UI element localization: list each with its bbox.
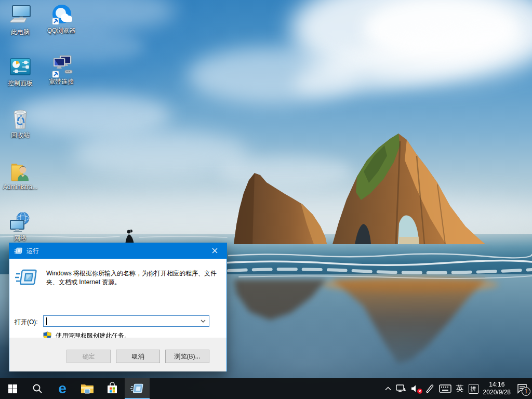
run-input-combobox[interactable] bbox=[43, 315, 209, 327]
run-description: Windows 将根据你所输入的名称，为你打开相应的程序、文件夹、文档或 Int… bbox=[46, 269, 219, 287]
search-icon bbox=[32, 383, 43, 394]
desktop-icon-label: 宽带连接 bbox=[41, 78, 82, 85]
rock-reflections bbox=[234, 276, 499, 364]
tray-pen-button[interactable] bbox=[425, 384, 434, 393]
desktop-icon-recycle-bin[interactable]: 回收站 bbox=[0, 107, 41, 139]
run-icon bbox=[14, 247, 23, 255]
desktop-icon-network[interactable]: 网络 bbox=[0, 210, 41, 242]
close-button[interactable] bbox=[203, 243, 227, 258]
edge-icon: e bbox=[58, 381, 66, 396]
start-button[interactable] bbox=[0, 378, 25, 399]
chevron-up-icon bbox=[385, 387, 391, 391]
desktop-icon-admin-folder[interactable]: Administra... bbox=[0, 159, 41, 191]
person-silhouette bbox=[125, 230, 134, 244]
file-explorer-icon bbox=[81, 383, 94, 394]
windows-logo-icon bbox=[8, 384, 17, 393]
close-icon bbox=[212, 248, 218, 254]
ime-mode-indicator[interactable]: 拼 bbox=[469, 384, 478, 394]
dialog-titlebar[interactable]: 运行 bbox=[9, 243, 227, 259]
archway-rock bbox=[332, 134, 485, 244]
run-icon bbox=[130, 383, 144, 394]
tray-network-button[interactable] bbox=[396, 384, 406, 393]
browse-button[interactable]: 浏览(B)... bbox=[165, 350, 209, 363]
run-icon bbox=[15, 269, 38, 287]
ime-language-indicator[interactable]: 英 bbox=[456, 384, 464, 394]
user-folder-icon bbox=[0, 159, 41, 183]
desktop-icon-control-panel[interactable]: 控制面板 bbox=[0, 55, 41, 87]
chevron-down-icon bbox=[201, 320, 206, 323]
desktop-icon-label: 回收站 bbox=[0, 131, 41, 139]
notification-badge: 1 bbox=[522, 387, 530, 396]
desktop-icon-label: 此电脑 bbox=[0, 29, 41, 36]
desktop-icon-broadband[interactable]: 宽带连接 bbox=[41, 54, 82, 85]
ok-button[interactable]: 确定 bbox=[66, 350, 111, 363]
taskbar: e bbox=[0, 378, 532, 399]
tray-time: 14:16 bbox=[489, 381, 504, 389]
recycle-bin-icon bbox=[0, 107, 41, 131]
desktop-icon-qq-browser[interactable]: QQ浏览器 bbox=[41, 3, 82, 34]
run-dialog-body: Windows 将根据你所输入的名称，为你打开相应的程序、文件夹、文档或 Int… bbox=[9, 259, 227, 338]
taskbar-edge-button[interactable]: e bbox=[50, 378, 75, 399]
desktop-icon-this-pc[interactable]: 此电脑 bbox=[0, 4, 41, 36]
tray-volume-button[interactable] bbox=[411, 384, 420, 393]
system-tray: 英 拼 14:16 2020/9/28 1 bbox=[385, 378, 532, 399]
desktop-icon-label: 控制面板 bbox=[0, 79, 41, 87]
desktop: 此电脑 QQ浏览器 bbox=[0, 0, 532, 399]
this-pc-icon bbox=[0, 4, 41, 28]
network-tray-icon bbox=[396, 384, 406, 393]
left-rock bbox=[234, 173, 327, 244]
control-panel-icon bbox=[0, 55, 41, 79]
tray-clock[interactable]: 14:16 2020/9/28 bbox=[483, 381, 511, 396]
qq-browser-icon bbox=[41, 3, 82, 26]
network-icon bbox=[0, 210, 41, 234]
run-input[interactable] bbox=[46, 316, 197, 326]
desktop-icon-label: Administra... bbox=[0, 183, 41, 191]
run-dialog-window: 运行 Windows 将根据你所输入的名称，为你打开相应的程序、文件夹、文档或 bbox=[9, 243, 227, 371]
tray-date: 2020/9/28 bbox=[483, 389, 511, 396]
pen-icon bbox=[425, 384, 434, 393]
desktop-icon-label: QQ浏览器 bbox=[41, 27, 82, 34]
dialog-title: 运行 bbox=[26, 247, 39, 256]
broadband-connection-icon bbox=[41, 54, 82, 77]
open-label: 打开(O): bbox=[15, 318, 38, 327]
cancel-button[interactable]: 取消 bbox=[116, 350, 160, 363]
store-icon bbox=[107, 382, 118, 395]
touch-keyboard-icon bbox=[439, 384, 451, 393]
taskbar-explorer-button[interactable] bbox=[75, 378, 100, 399]
taskbar-run-task[interactable] bbox=[125, 378, 150, 399]
tray-keyboard-button[interactable] bbox=[439, 384, 451, 393]
combo-dropdown-button[interactable] bbox=[198, 316, 208, 326]
desktop-icon-label: 网络 bbox=[0, 234, 41, 242]
taskbar-search-button[interactable] bbox=[25, 378, 50, 399]
action-center-button[interactable]: 1 bbox=[515, 382, 529, 395]
mute-badge bbox=[417, 389, 422, 394]
dialog-footer: 确定 取消 浏览(B)... bbox=[9, 338, 227, 371]
taskbar-store-button[interactable] bbox=[100, 378, 125, 399]
tray-chevron-button[interactable] bbox=[385, 387, 391, 391]
